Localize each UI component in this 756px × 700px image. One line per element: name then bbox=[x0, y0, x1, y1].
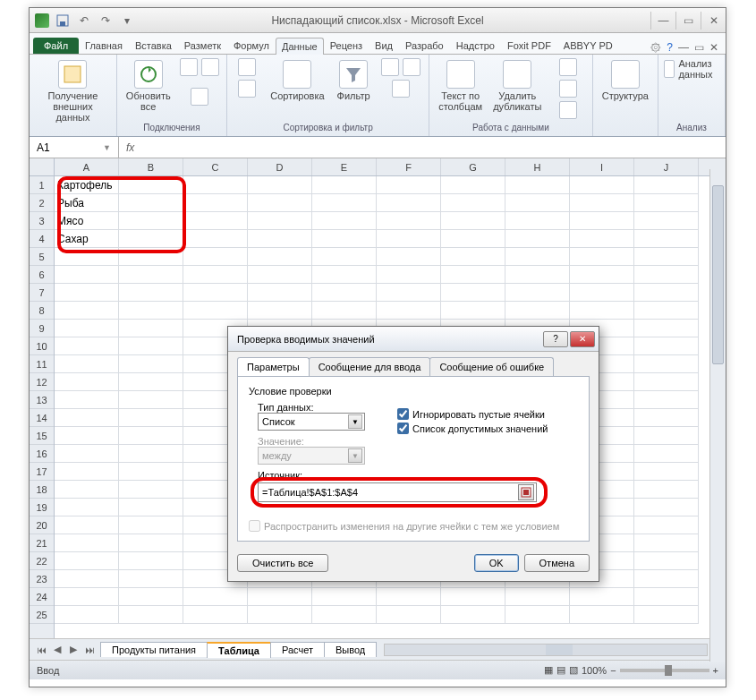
zoom-level[interactable]: 100% bbox=[582, 665, 607, 676]
col-header[interactable]: C bbox=[183, 158, 248, 175]
col-header[interactable]: J bbox=[634, 158, 699, 175]
row-header[interactable]: 1 bbox=[30, 176, 54, 194]
col-header[interactable]: E bbox=[312, 158, 377, 175]
text-to-columns-button[interactable]: Текст по столбцам bbox=[435, 58, 486, 119]
col-header[interactable]: B bbox=[119, 158, 183, 175]
row-header[interactable]: 17 bbox=[30, 463, 54, 481]
sort-button[interactable]: Сортировка bbox=[267, 58, 327, 103]
sheet-next-icon[interactable]: ▶ bbox=[65, 642, 81, 658]
row-header[interactable]: 2 bbox=[30, 194, 54, 212]
zoom-in-icon[interactable]: + bbox=[713, 665, 718, 676]
row-header[interactable]: 5 bbox=[30, 248, 54, 266]
ribbon-minimize-icon[interactable]: — bbox=[678, 41, 689, 54]
view-normal-icon[interactable]: ▦ bbox=[544, 664, 553, 676]
cell-a1[interactable]: Картофель bbox=[55, 176, 119, 194]
row-header[interactable]: 15 bbox=[30, 427, 54, 445]
ribbon-close-icon[interactable]: ✕ bbox=[709, 41, 718, 54]
ignore-blank-checkbox[interactable]: Игнорировать пустые ячейки bbox=[397, 408, 548, 420]
help-icon[interactable]: ? bbox=[667, 41, 673, 54]
row-header[interactable]: 9 bbox=[30, 320, 54, 337]
filter-small[interactable] bbox=[379, 58, 424, 98]
select-all-corner[interactable] bbox=[30, 158, 54, 176]
cell-a3[interactable]: Мясо bbox=[55, 212, 119, 230]
row-header[interactable]: 6 bbox=[30, 266, 54, 284]
tab-insert[interactable]: Вставка bbox=[129, 37, 178, 54]
row-header[interactable]: 25 bbox=[30, 606, 54, 624]
tab-developer[interactable]: Разрабо bbox=[399, 37, 450, 54]
col-header[interactable]: F bbox=[377, 158, 441, 175]
row-header[interactable]: 23 bbox=[30, 570, 54, 588]
sheet-tab[interactable]: Расчет bbox=[270, 642, 325, 657]
row-header[interactable]: 7 bbox=[30, 284, 54, 302]
tab-view[interactable]: Вид bbox=[369, 37, 399, 54]
col-header[interactable]: H bbox=[505, 158, 570, 175]
tab-foxit[interactable]: Foxit PDF bbox=[501, 37, 557, 54]
minimize-button[interactable]: — bbox=[650, 12, 675, 30]
vertical-scrollbar[interactable] bbox=[709, 169, 726, 662]
dialog-titlebar[interactable]: Проверка вводимых значений ? ✕ bbox=[228, 327, 599, 352]
sheet-first-icon[interactable]: ⏮ bbox=[33, 642, 49, 658]
row-header[interactable]: 16 bbox=[30, 445, 54, 463]
get-external-data-button[interactable]: Получение внешних данных bbox=[35, 58, 111, 124]
remove-duplicates-button[interactable]: Удалить дубликаты bbox=[489, 58, 545, 119]
dialog-tab-input-msg[interactable]: Сообщение для ввода bbox=[309, 357, 431, 376]
row-header[interactable]: 12 bbox=[30, 373, 54, 391]
redo-icon[interactable]: ↷ bbox=[98, 13, 114, 29]
row-header[interactable]: 19 bbox=[30, 499, 54, 516]
view-layout-icon[interactable]: ▤ bbox=[556, 664, 565, 676]
tab-addins[interactable]: Надстро bbox=[450, 37, 501, 54]
clear-all-button[interactable]: Очистить все bbox=[237, 554, 328, 572]
undo-icon[interactable]: ↶ bbox=[76, 13, 92, 29]
row-header[interactable]: 14 bbox=[30, 409, 54, 427]
in-cell-dropdown-checkbox[interactable]: Список допустимых значений bbox=[397, 423, 548, 434]
range-picker-icon[interactable] bbox=[518, 484, 534, 500]
maximize-button[interactable]: ▭ bbox=[675, 12, 701, 30]
tab-home[interactable]: Главная bbox=[79, 37, 129, 54]
tab-formulas[interactable]: Формул bbox=[227, 37, 276, 54]
view-break-icon[interactable]: ▧ bbox=[569, 664, 578, 676]
tab-abbyy[interactable]: ABBYY PD bbox=[557, 37, 619, 54]
type-combo[interactable]: Список▼ bbox=[258, 413, 365, 431]
ok-button[interactable]: OK bbox=[474, 554, 519, 572]
zoom-out-icon[interactable]: − bbox=[610, 665, 616, 676]
connections-small[interactable] bbox=[178, 58, 221, 114]
ribbon-custom-icon[interactable]: ۞ bbox=[650, 41, 661, 54]
source-input[interactable]: =Таблица!$A$1:$A$4 bbox=[258, 482, 537, 502]
tab-layout[interactable]: Разметк bbox=[178, 37, 227, 54]
sort-az-icons[interactable] bbox=[233, 58, 261, 98]
sheet-tab[interactable]: Вывод bbox=[324, 642, 377, 657]
col-header[interactable]: A bbox=[55, 158, 119, 175]
sheet-tab[interactable]: Продукты питания bbox=[100, 642, 208, 657]
col-header[interactable]: I bbox=[570, 158, 634, 175]
sheet-prev-icon[interactable]: ◀ bbox=[49, 642, 65, 658]
qat-dropdown-icon[interactable]: ▾ bbox=[119, 13, 135, 29]
filter-button[interactable]: Фильтр bbox=[334, 58, 374, 103]
row-header[interactable]: 24 bbox=[30, 588, 54, 606]
zoom-slider[interactable] bbox=[620, 669, 709, 672]
save-icon[interactable] bbox=[55, 13, 71, 29]
outline-button[interactable]: Структура bbox=[599, 58, 652, 103]
cancel-button[interactable]: Отмена bbox=[524, 554, 590, 572]
fx-icon[interactable]: fx bbox=[119, 141, 141, 154]
close-button[interactable]: ✕ bbox=[701, 12, 726, 30]
tab-data[interactable]: Данные bbox=[276, 38, 324, 55]
row-header[interactable]: 3 bbox=[30, 212, 54, 230]
data-analysis-button[interactable]: Анализ данных bbox=[664, 58, 719, 80]
name-box[interactable]: A1▼ bbox=[30, 137, 119, 158]
row-header[interactable]: 20 bbox=[30, 516, 54, 534]
row-header[interactable]: 21 bbox=[30, 534, 54, 552]
cell-a4[interactable]: Сахар bbox=[55, 230, 119, 248]
row-header[interactable]: 10 bbox=[30, 337, 54, 355]
sheet-tab[interactable]: Таблица bbox=[207, 642, 271, 658]
row-header[interactable]: 18 bbox=[30, 481, 54, 499]
dialog-help-button[interactable]: ? bbox=[543, 331, 568, 347]
ribbon-restore-icon[interactable]: ▭ bbox=[694, 41, 704, 54]
refresh-all-button[interactable]: Обновить все bbox=[123, 58, 174, 114]
row-header[interactable]: 4 bbox=[30, 230, 54, 248]
cell-a2[interactable]: Рыба bbox=[55, 194, 119, 212]
tab-review[interactable]: Реценз bbox=[324, 37, 369, 54]
dialog-tab-params[interactable]: Параметры bbox=[237, 357, 310, 376]
row-header[interactable]: 13 bbox=[30, 391, 54, 409]
horizontal-scrollbar[interactable] bbox=[384, 644, 708, 656]
col-header[interactable]: D bbox=[248, 158, 312, 175]
